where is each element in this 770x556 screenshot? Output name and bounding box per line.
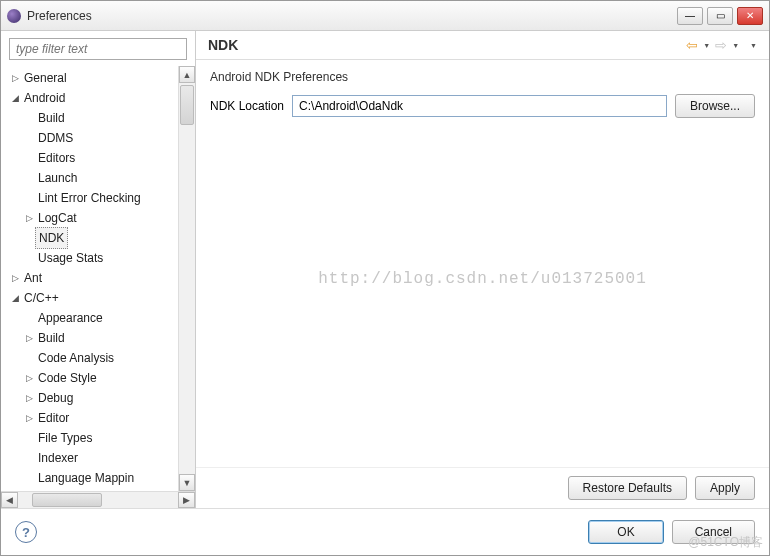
tree-item-android[interactable]: ◢Android xyxy=(1,88,178,108)
tree-item-ddms[interactable]: DDMS xyxy=(1,128,178,148)
vscroll-thumb[interactable] xyxy=(180,85,194,125)
maximize-button[interactable]: ▭ xyxy=(707,7,733,25)
tree-item-debug[interactable]: ▷Debug xyxy=(1,388,178,408)
forward-menu-icon[interactable]: ▼ xyxy=(732,42,739,49)
forward-arrow-icon[interactable]: ⇨ xyxy=(715,37,727,53)
tree-item-editors[interactable]: Editors xyxy=(1,148,178,168)
tree-item-usage[interactable]: Usage Stats xyxy=(1,248,178,268)
ndk-location-input[interactable] xyxy=(292,95,667,117)
tree-item-cbuild[interactable]: ▷Build xyxy=(1,328,178,348)
tree-vertical-scrollbar[interactable]: ▲ ▼ xyxy=(178,66,195,491)
watermark-text: http://blog.csdn.net/u013725001 xyxy=(318,270,647,288)
browse-button[interactable]: Browse... xyxy=(675,94,755,118)
tree-item-codeanalysis[interactable]: Code Analysis xyxy=(1,348,178,368)
help-icon[interactable]: ? xyxy=(15,521,37,543)
tree-item-lint[interactable]: Lint Error Checking xyxy=(1,188,178,208)
titlebar[interactable]: Preferences — ▭ ✕ xyxy=(1,1,769,31)
scroll-right-icon[interactable]: ▶ xyxy=(178,492,195,508)
preferences-tree[interactable]: ▷General ◢Android Build DDMS Editors Lau… xyxy=(1,66,178,491)
corner-watermark: @51CTO博客 xyxy=(688,534,763,551)
minimize-button[interactable]: — xyxy=(677,7,703,25)
restore-defaults-button[interactable]: Restore Defaults xyxy=(568,476,687,500)
back-menu-icon[interactable]: ▼ xyxy=(703,42,710,49)
scroll-left-icon[interactable]: ◀ xyxy=(1,492,18,508)
filter-box xyxy=(9,38,187,60)
sidebar: ▷General ◢Android Build DDMS Editors Lau… xyxy=(1,31,196,508)
tree-item-filetypes[interactable]: File Types xyxy=(1,428,178,448)
scroll-down-icon[interactable]: ▼ xyxy=(179,474,195,491)
tree-item-ceditor[interactable]: ▷Editor xyxy=(1,408,178,428)
preferences-window: Preferences — ▭ ✕ ▷General ◢Android Buil… xyxy=(0,0,770,556)
app-icon xyxy=(7,9,21,23)
back-arrow-icon[interactable]: ⇦ xyxy=(686,37,698,53)
ndk-location-label: NDK Location xyxy=(210,99,284,113)
tree-item-indexer[interactable]: Indexer xyxy=(1,448,178,468)
view-menu-icon[interactable]: ▼ xyxy=(750,42,757,49)
bottom-bar: ? OK Cancel xyxy=(1,509,769,555)
header-separator xyxy=(196,59,769,60)
hscroll-thumb[interactable] xyxy=(32,493,102,507)
window-title: Preferences xyxy=(27,9,92,23)
tree-item-launch[interactable]: Launch xyxy=(1,168,178,188)
tree-item-codestyle[interactable]: ▷Code Style xyxy=(1,368,178,388)
tree-item-general[interactable]: ▷General xyxy=(1,68,178,88)
ok-button[interactable]: OK xyxy=(588,520,663,544)
tree-horizontal-scrollbar[interactable]: ◀ ▶ xyxy=(1,491,195,508)
tree-item-appearance[interactable]: Appearance xyxy=(1,308,178,328)
content-area: ▷General ◢Android Build DDMS Editors Lau… xyxy=(1,31,769,509)
close-button[interactable]: ✕ xyxy=(737,7,763,25)
tree-item-ccpp[interactable]: ◢C/C++ xyxy=(1,288,178,308)
apply-button[interactable]: Apply xyxy=(695,476,755,500)
tree-item-logcat[interactable]: ▷LogCat xyxy=(1,208,178,228)
filter-input[interactable] xyxy=(9,38,187,60)
tree-item-langmap[interactable]: Language Mappin xyxy=(1,468,178,488)
page-title: NDK xyxy=(208,37,686,53)
main-panel: NDK ⇦ ▼ ⇨ ▼ ▼ Android NDK Preferences ND… xyxy=(196,31,769,508)
section-title: Android NDK Preferences xyxy=(196,70,769,94)
tree-item-ant[interactable]: ▷Ant xyxy=(1,268,178,288)
tree-item-build[interactable]: Build xyxy=(1,108,178,128)
tree-item-ndk[interactable]: NDK xyxy=(1,228,178,248)
scroll-up-icon[interactable]: ▲ xyxy=(179,66,195,83)
